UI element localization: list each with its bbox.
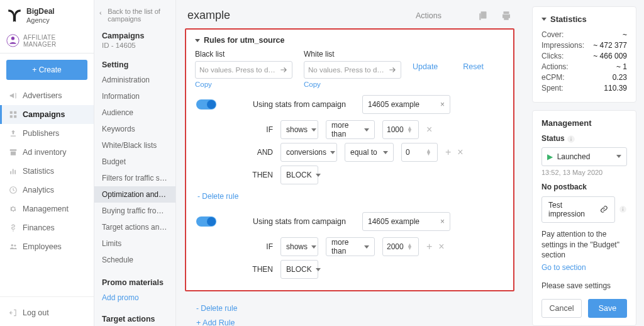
nav-statistics[interactable]: Statistics	[0, 162, 94, 181]
svg-point-1	[11, 37, 14, 40]
add-cond-icon[interactable]: +	[426, 241, 432, 252]
stepper-icon[interactable]: ▲▼	[407, 126, 414, 133]
nav-finances[interactable]: Finances	[0, 218, 94, 237]
chevron-down-icon	[364, 128, 369, 132]
mid-information[interactable]: Information	[94, 88, 175, 104]
svg-rect-8	[14, 170, 16, 174]
rule1-delete[interactable]: - Delete rule	[197, 192, 238, 201]
statistics-header[interactable]: Statistics	[541, 14, 627, 24]
logout-link[interactable]: Log out	[0, 300, 94, 326]
rule2-action-select[interactable]: BLOCK	[280, 260, 318, 279]
goto-section-link[interactable]: Go to section	[541, 263, 627, 272]
mid-buying-traffic[interactable]: Buying traffic from S...	[94, 203, 175, 219]
status-select[interactable]: ▶ Launched	[541, 147, 627, 166]
print-icon[interactable]	[501, 10, 512, 21]
cancel-button[interactable]: Cancel	[541, 299, 582, 318]
rule1-metric2-select[interactable]: conversions	[280, 143, 337, 162]
close-icon[interactable]: ×	[440, 100, 445, 109]
svg-rect-16	[570, 137, 571, 137]
nav-management[interactable]: Management	[0, 200, 94, 218]
test-impression-button[interactable]: Test impression	[541, 196, 615, 223]
black-copy-link[interactable]: Copy	[195, 81, 212, 88]
remove-cond-icon[interactable]: ×	[438, 241, 444, 252]
rule1-toggle[interactable]	[196, 99, 216, 110]
close-icon[interactable]: ×	[440, 217, 445, 226]
back-link[interactable]: ‹ Back to the list of campaigns	[94, 4, 175, 31]
nav-campaigns[interactable]: Campaigns	[0, 105, 94, 124]
rule2-op-select[interactable]: more than	[326, 237, 375, 256]
info-icon[interactable]	[567, 135, 575, 143]
stepper-icon[interactable]: ▲▼	[426, 149, 433, 155]
rule1-op-select[interactable]: more than	[326, 120, 375, 139]
mid-budget[interactable]: Budget	[94, 154, 175, 170]
brand-sub: Agency	[26, 16, 55, 24]
rule2-value-input[interactable]: 2000▲▼	[382, 237, 419, 256]
mid-target-actions[interactable]: Target actions and re...	[94, 219, 175, 235]
mid-limits[interactable]: Limits	[94, 235, 175, 252]
sidebar-campaign: ‹ Back to the list of campaigns Campaign…	[94, 0, 176, 326]
rule1-action-select[interactable]: BLOCK	[280, 166, 318, 184]
status-timestamp: 13:52, 13 May 2020	[541, 169, 627, 176]
add-promo-link[interactable]: Add promo	[94, 289, 175, 306]
white-copy-link[interactable]: Copy	[304, 81, 321, 88]
mid-white-black-lists[interactable]: White/Black lists	[94, 137, 175, 154]
black-list-input[interactable]: No values. Press to displ...	[195, 61, 292, 79]
svg-rect-6	[10, 171, 11, 174]
rule1-metric-select[interactable]: shows	[280, 120, 318, 139]
if-label: IF	[220, 242, 273, 251]
rule2-toggle[interactable]	[196, 216, 216, 227]
rules-title[interactable]: Rules for utm_source	[195, 35, 504, 50]
reset-link[interactable]: Reset	[463, 62, 484, 71]
copy-icon[interactable]	[478, 10, 489, 21]
rule2-delete[interactable]: - Delete rule	[196, 304, 237, 313]
remove-cond-icon[interactable]: ×	[457, 147, 463, 158]
nav-analytics[interactable]: Analytics	[0, 181, 94, 200]
nav-employees[interactable]: Employees	[0, 237, 94, 256]
update-link[interactable]: Update	[413, 62, 438, 71]
svg-rect-3	[14, 111, 16, 114]
sidebar-main: BigDeal Agency AFFILIATE MANAGER + Creat…	[0, 0, 94, 326]
stepper-icon[interactable]: ▲▼	[407, 244, 414, 250]
setting-heading: Setting	[94, 58, 175, 72]
no-postback-label: No postback	[541, 183, 627, 191]
mid-administration[interactable]: Administration	[94, 72, 175, 88]
rule1-value-input[interactable]: 1000▲▼	[382, 120, 419, 139]
management-header: Management	[541, 118, 627, 128]
mid-optimization-rules[interactable]: Optimization and rules	[94, 186, 175, 203]
rule1-value2-input[interactable]: 0▲▼	[401, 143, 438, 162]
rule2-campaign-select[interactable]: 14605 example×	[362, 212, 450, 231]
rule1-op2-select[interactable]: equal to	[345, 143, 394, 162]
svg-rect-13	[479, 13, 480, 20]
nav-publishers[interactable]: Publishers	[0, 124, 94, 143]
chevron-left-icon: ‹	[99, 9, 104, 16]
mid-audience[interactable]: Audience	[94, 104, 175, 121]
add-cond-icon[interactable]: +	[445, 147, 451, 158]
rule2-metric-select[interactable]: shows	[280, 237, 318, 256]
link-icon	[600, 205, 608, 214]
logo-icon	[6, 8, 23, 24]
then-label: THEN	[220, 265, 273, 274]
affiliate-row[interactable]: AFFILIATE MANAGER	[0, 29, 94, 53]
create-button[interactable]: + Create	[6, 60, 87, 80]
nav-advertisers[interactable]: Advertisers	[0, 86, 94, 105]
save-button[interactable]: Save	[588, 299, 627, 318]
svg-rect-15	[570, 138, 571, 141]
actions-dropdown[interactable]: Actions	[416, 11, 441, 20]
add-rule-link[interactable]: + Add Rule	[196, 318, 235, 326]
mid-filters[interactable]: Filters for traffic sour...	[94, 170, 175, 186]
campaigns-heading: Campaigns	[94, 31, 175, 42]
chevron-down-icon	[311, 128, 316, 132]
clock-icon	[9, 186, 18, 194]
mid-keywords[interactable]: Keywords	[94, 121, 175, 137]
white-list-input[interactable]: No values. Press to displ...	[304, 61, 401, 79]
remove-cond-icon[interactable]: ×	[426, 124, 432, 135]
info-icon[interactable]	[619, 205, 627, 214]
bar-chart-icon	[9, 167, 18, 176]
nav-ad-inventory[interactable]: Ad inventory	[0, 143, 94, 162]
chevron-down-icon	[364, 245, 369, 249]
mid-schedule[interactable]: Schedule	[94, 252, 175, 268]
target-actions-heading: Target actions	[94, 312, 175, 326]
svg-point-11	[14, 245, 16, 247]
chevron-down-icon	[383, 151, 388, 154]
rule1-campaign-select[interactable]: 14605 example×	[362, 95, 450, 114]
